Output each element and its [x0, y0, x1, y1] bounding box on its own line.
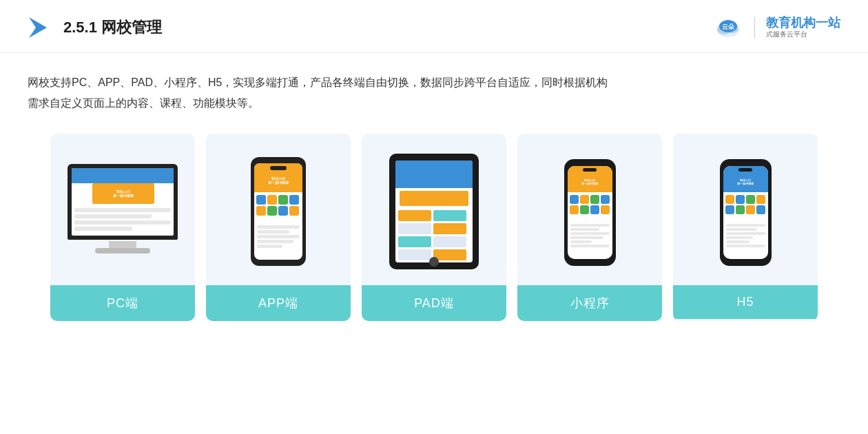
header: 2.5.1 网校管理 云朵 教育机构一站 式服务云平台 — [0, 0, 868, 53]
miniapp-device: 轻活人的第一届冲模课 — [564, 159, 616, 266]
brand-cloud-icon: 云朵 — [713, 12, 743, 43]
card-pc-image: 轻松人们第一届冲模课 — [50, 134, 195, 285]
header-left: 2.5.1 网校管理 — [28, 14, 162, 41]
pad-device — [389, 154, 479, 271]
svg-text:云朵: 云朵 — [722, 23, 735, 30]
card-miniapp-label: 小程序 — [517, 285, 662, 321]
svg-marker-0 — [29, 17, 47, 38]
brand-text: 教育机构一站 式服务云平台 — [766, 17, 840, 39]
card-pc: 轻松人们第一届冲模课 PC端 — [50, 134, 195, 321]
page-title: 2.5.1 网校管理 — [63, 17, 162, 38]
card-app: 轻活人的第一届冲模课 — [206, 134, 351, 321]
card-pad-image — [362, 134, 506, 285]
cards-section: 轻松人们第一届冲模课 PC端 — [0, 120, 868, 342]
card-h5: 轻活人们第一届冲模课 — [673, 134, 818, 321]
logo-arrow-icon — [28, 14, 54, 41]
card-app-label: APP端 — [206, 285, 351, 321]
card-pad-label: PAD端 — [362, 285, 506, 321]
card-app-image: 轻活人的第一届冲模课 — [206, 134, 351, 285]
brand-logo: 云朵 教育机构一站 式服务云平台 — [713, 12, 840, 43]
card-pc-label: PC端 — [50, 285, 195, 321]
card-miniapp: 轻活人的第一届冲模课 — [517, 134, 662, 321]
app-device: 轻活人的第一届冲模课 — [251, 157, 306, 267]
pc-device: 轻松人们第一届冲模课 — [64, 164, 181, 260]
brand-divider — [754, 17, 755, 39]
h5-device: 轻活人们第一届冲模课 — [720, 159, 772, 266]
description-line2: 需求自定义页面上的内容、课程、功能模块等。 — [28, 93, 840, 114]
card-pad: PAD端 — [362, 134, 506, 321]
description-line1: 网校支持PC、APP、PAD、小程序、H5，实现多端打通，产品各终端自由切换，数… — [28, 72, 840, 93]
card-h5-label: H5 — [673, 285, 818, 319]
page: 2.5.1 网校管理 云朵 教育机构一站 式服务云平台 网校支持PC、APP、P… — [0, 0, 868, 434]
card-miniapp-image: 轻活人的第一届冲模课 — [517, 134, 662, 285]
description-block: 网校支持PC、APP、PAD、小程序、H5，实现多端打通，产品各终端自由切换，数… — [0, 53, 868, 120]
card-h5-image: 轻活人们第一届冲模课 — [673, 134, 818, 285]
